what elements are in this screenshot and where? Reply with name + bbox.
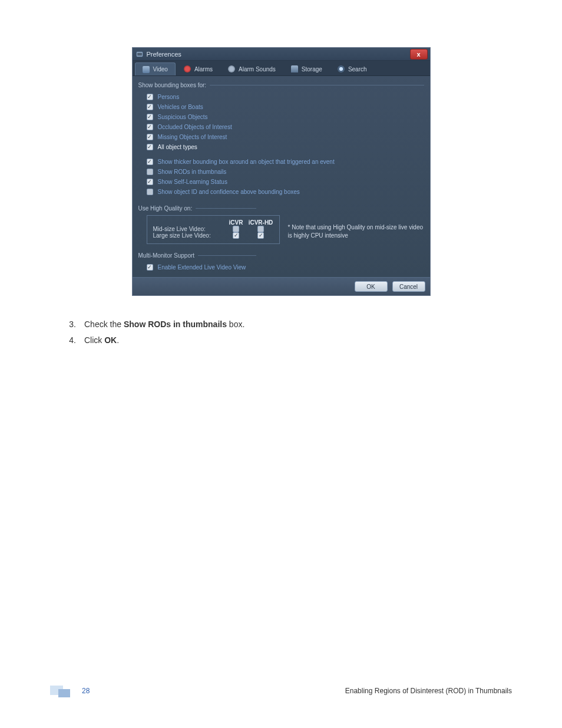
footer-logo-icon [50,684,75,697]
checkbox-icon [147,94,153,100]
quality-note: * Note that using High Quality on mid-si… [288,215,424,239]
checkbox-icon [147,179,153,185]
quality-table: iCVR iCVR-HD Mid-size Live Video: Large … [147,215,280,244]
checkbox-icon [147,264,153,271]
checkbox-thicker-box[interactable]: Show thicker bounding box around an obje… [138,157,424,167]
step-number: 4. [68,332,76,348]
bounding-section-header: Show bounding boxes for: [138,82,424,88]
ok-button[interactable]: OK [355,281,388,292]
monitor-icon [143,66,150,73]
alarm-icon [184,65,191,73]
checkbox-label: Show RODs in thumbnails [158,169,227,175]
section-title: Enabling Regions of Disinterest (ROD) in… [345,687,512,695]
checkbox-missing-objects[interactable]: Missing Objects of Interest [138,132,424,142]
checkbox-icon [147,134,153,140]
step-text: Check the Show RODs in thumbnails box. [84,317,244,332]
checkbox-label: Enable Extended Live Video View [158,264,246,271]
tab-video[interactable]: Video [135,62,176,75]
tab-alarms[interactable]: Alarms [177,62,220,75]
checkbox-label: Missing Objects of Interest [158,134,227,140]
quality-section-header: Use High Quality on: [138,205,256,212]
checkbox-vehicles-boats[interactable]: Vehicles or Boats [138,102,424,112]
dialog-title: Preferences [147,51,181,58]
column-header-icvr: iCVR [224,219,249,226]
checkbox-midsize-icvrhd[interactable] [249,226,273,232]
checkbox-extended-live-video[interactable]: Enable Extended Live Video View [138,262,424,272]
tab-label: Video [153,66,168,73]
tab-strip: Video Alarms Alarm Sounds Storage Search [133,61,430,76]
checkbox-all-object-types[interactable]: All object types [138,142,424,152]
step-number: 3. [68,317,76,332]
checkbox-icon [147,169,153,175]
app-icon [136,51,143,57]
checkbox-icon [233,226,239,232]
checkbox-label: All object types [158,144,197,150]
checkbox-show-rods[interactable]: Show RODs in thumbnails [138,167,424,177]
checkbox-icon [147,144,153,150]
svg-rect-1 [137,52,142,55]
storage-icon [291,65,298,73]
cancel-button[interactable]: Cancel [392,281,425,292]
checkbox-object-id-confidence[interactable]: Show object ID and confidence above boun… [138,187,424,197]
checkbox-icon [233,232,239,239]
checkbox-midsize-icvr[interactable] [224,226,249,232]
step-3: 3. Check the Show RODs in thumbnails box… [68,317,512,332]
checkbox-icon [147,159,153,165]
tab-storage[interactable]: Storage [284,62,329,75]
close-button[interactable]: x [410,49,428,60]
checkbox-label: Persons [158,94,180,100]
search-icon [338,65,345,73]
row-label-large-size: Large size Live Video: [153,232,224,239]
tab-label: Search [348,66,367,73]
row-label-mid-size: Mid-size Live Video: [153,226,224,232]
dialog-footer: OK Cancel [133,277,430,295]
checkbox-label: Suspicious Objects [158,114,208,120]
column-header-icvr-hd: iCVR-HD [249,219,273,226]
tab-search[interactable]: Search [330,62,374,75]
multimonitor-section-header: Multi-Monitor Support [138,252,256,259]
checkbox-suspicious-objects[interactable]: Suspicious Objects [138,112,424,122]
tab-label: Alarm Sounds [239,66,276,73]
checkbox-icon [257,226,264,232]
checkbox-largesize-icvrhd[interactable] [249,232,273,239]
titlebar: Preferences x [133,48,430,61]
checkbox-largesize-icvr[interactable] [224,232,249,239]
checkbox-label: Vehicles or Boats [158,104,203,110]
checkbox-icon [147,104,153,110]
tab-alarm-sounds[interactable]: Alarm Sounds [221,62,283,75]
checkbox-icon [147,124,153,130]
checkbox-self-learning[interactable]: Show Self-Learning Status [138,177,424,187]
checkbox-icon [147,114,153,120]
checkbox-icon [257,232,264,239]
speaker-icon [228,65,235,73]
tab-label: Alarms [194,66,213,73]
checkbox-icon [147,189,153,195]
checkbox-persons[interactable]: Persons [138,92,424,102]
step-4: 4. Click OK. [68,332,512,348]
checkbox-label: Show thicker bounding box around an obje… [158,159,335,165]
checkbox-label: Show Self-Learning Status [158,179,227,185]
close-icon: x [416,51,420,58]
checkbox-label: Show object ID and confidence above boun… [158,189,300,195]
page-number: 28 [82,687,90,695]
page-footer: 28 Enabling Regions of Disinterest (ROD)… [50,684,512,697]
dialog-content: Show bounding boxes for: Persons Vehicle… [133,76,430,277]
instruction-steps: 3. Check the Show RODs in thumbnails box… [68,317,512,348]
step-text: Click OK. [84,332,119,348]
preferences-dialog-screenshot: Preferences x Video Alarms Alarm Sounds … [132,47,431,296]
tab-label: Storage [302,66,322,73]
checkbox-occluded-objects[interactable]: Occluded Objects of Interest [138,122,424,132]
checkbox-label: Occluded Objects of Interest [158,124,232,130]
